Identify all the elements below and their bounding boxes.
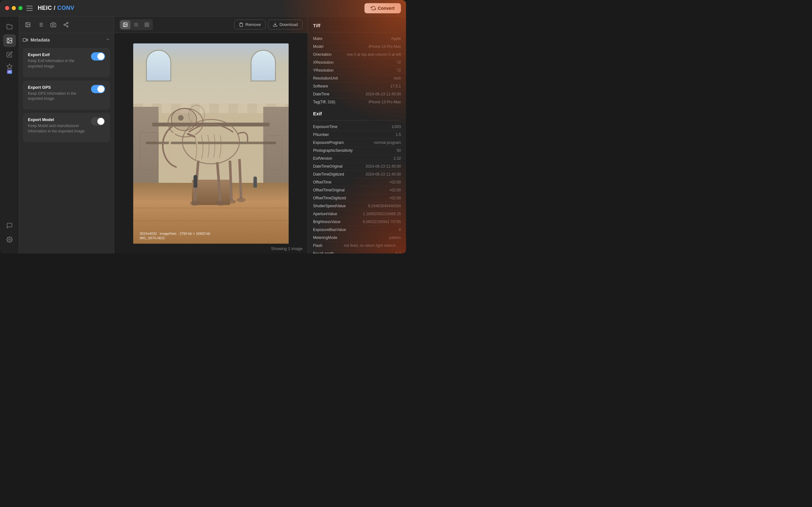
svg-rect-25 [147,23,149,24]
meta-key: Make [313,37,322,41]
meta-key: ExifVersion [313,156,332,161]
svg-point-40 [215,201,225,206]
meta-key: Tag(Tiff, 316) [313,100,335,104]
meta-value: 2024-06-23 11:45:00 [366,164,401,169]
meta-key: DateTime [313,92,329,96]
panel-icon-camera[interactable] [48,20,58,30]
meta-key: MeteringMode [313,235,338,240]
svg-line-34 [230,161,232,200]
tiff-rows: Make Apple Model iPhone 13 Pro Max Orien… [313,35,401,106]
meta-key: ResolutionUnit [313,76,338,80]
meta-key: ShutterSpeedValue [313,204,346,208]
meta-key: OffsetTimeOriginal [313,188,345,192]
view-single-button[interactable] [120,20,131,29]
app-title: HEIC / CONV [38,5,74,11]
view-list-button[interactable] [131,20,141,29]
tiff-row: Software 17.5.1 [313,82,401,90]
meta-value: inch [394,76,401,80]
meta-value: +02:00 [389,188,401,192]
svg-point-37 [178,115,183,120]
meta-key: Model [313,44,323,49]
meta-key: Flash [313,243,322,248]
exif-row: OffsetTimeOriginal +02:00 [313,186,401,194]
sidebar-item-settings[interactable] [3,233,16,246]
chevron-up-icon [106,37,110,43]
meta-key: Software [313,84,328,89]
meta-value: 72 [397,60,401,65]
meta-value: 1.5 [396,132,401,137]
metadata-icon [23,38,28,43]
sidebar-item-image[interactable] [3,34,16,47]
meta-value: 2024-06-23 11:45:00 [366,92,401,96]
view-grid-button[interactable] [142,20,152,29]
exif-row: ExposureBiasValue 0 [313,226,401,234]
metadata-section-header[interactable]: Metadata [23,37,110,43]
menu-icon[interactable] [26,6,33,11]
exif-section-title: Exif [313,111,401,116]
museum-photo: 3024x4032 · image/heic · 2760 kb > 16820… [133,43,289,244]
exif-row: MeteringMode pattern [313,234,401,242]
remove-button[interactable]: Remove [234,20,265,30]
sidebar-item-ai[interactable]: AI [3,62,16,75]
export-model-title: Export Model [28,117,87,122]
meta-value: Apple [391,37,401,41]
svg-rect-18 [23,38,26,41]
tiff-row: DateTime 2024-06-23 11:45:00 [313,90,401,98]
convert-button[interactable]: Convert [364,3,401,13]
meta-value: +02:00 [389,180,401,184]
meta-value: not fired, no return light detection fun… [344,243,401,248]
exif-row: ApertureValue 1.16992500210668 25 [313,210,401,218]
export-gps-desc: Keep GPS information in the exported ima… [28,91,87,102]
exif-row: OffsetTime +02:00 [313,178,401,186]
ai-badge: AI [7,70,12,74]
exif-row: DateTimeDigitized 2024-06-23 11:45:00 [313,170,401,178]
exif-row: ExifVersion 2.32 [313,155,401,163]
meta-key: FNumber [313,132,329,137]
app-title-conv: CONV [57,5,74,11]
exif-row: FNumber 1.5 [313,131,401,139]
sidebar-item-chat[interactable] [3,219,16,232]
svg-line-35 [240,159,241,199]
title-bar: HEIC / CONV Convert [0,0,406,16]
export-exif-title: Export Exif [28,52,87,57]
svg-rect-26 [145,25,147,26]
maximize-button[interactable] [18,6,22,10]
right-panel: Tiff Make Apple Model iPhone 13 Pro Max … [308,16,406,253]
main-content: Remove Download [114,16,308,253]
svg-point-12 [52,24,54,26]
exif-row: ExposureTime 1/303 [313,123,401,131]
close-button[interactable] [5,6,9,10]
download-button[interactable]: Download [268,20,303,30]
sidebar-item-edit[interactable] [3,48,16,61]
export-model-toggle[interactable] [91,117,105,125]
panel-top-icons [19,16,114,33]
export-exif-desc: Keep Exif information in the exported im… [28,58,87,69]
export-gps-toggle[interactable] [91,85,105,93]
svg-point-1 [8,39,9,40]
panel-sidebar: Metadata Export Exif Keep Exif informati… [19,16,114,253]
meta-value: 50 [397,148,401,153]
svg-point-5 [27,23,27,24]
export-model-desc: Keep Model and manufacturer information … [28,123,87,134]
panel-icon-share[interactable] [61,20,71,30]
meta-value: 1/303 [392,124,401,129]
mammoth-svg [154,53,268,237]
meta-value: iPhone 13 Pro Max [368,44,401,49]
svg-rect-24 [145,23,147,24]
panel-icon-list[interactable] [36,20,46,30]
trash-icon [239,22,244,27]
meta-value: 6.09022155943 75795 [363,220,401,224]
meta-key: ExposureTime [313,124,338,129]
sidebar-item-folder[interactable] [3,20,16,33]
convert-icon [371,6,376,11]
tiff-row: YResolution 72 [313,66,401,74]
tiff-row: Model iPhone 13 Pro Max [313,43,401,51]
panel-icon-image[interactable] [23,20,33,30]
export-exif-toggle[interactable] [91,52,105,60]
minimize-button[interactable] [12,6,16,10]
svg-point-39 [190,201,200,206]
tiff-row: XResolution 72 [313,59,401,66]
exif-row: FocalLength 5.7 [313,250,401,253]
content-toolbar: Remove Download [114,16,308,33]
tiff-row: ResolutionUnit inch [313,74,401,82]
